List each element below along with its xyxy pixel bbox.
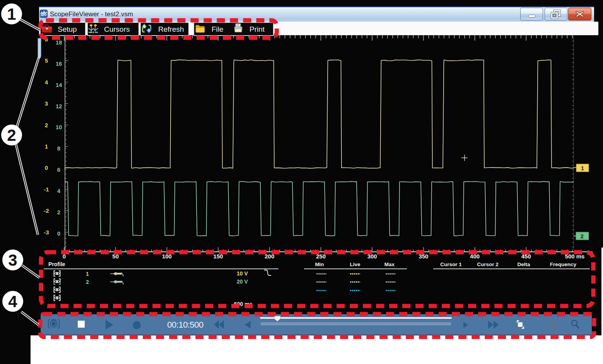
svg-text:2: 2	[7, 126, 16, 144]
svg-text:4: 4	[8, 292, 17, 311]
svg-text:3: 3	[8, 251, 17, 269]
svg-text:1: 1	[7, 5, 16, 23]
